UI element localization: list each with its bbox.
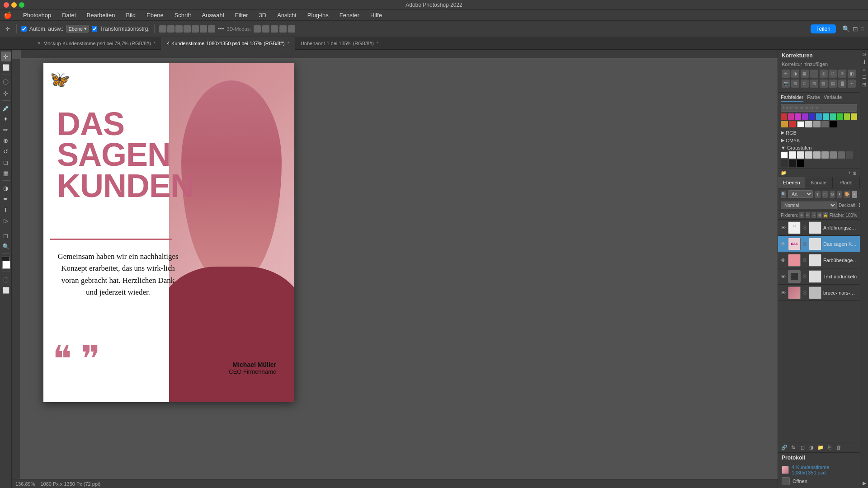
protokoll-item-1[interactable]: 4-Kundenstimme-1080x1350.psd (782, 464, 856, 476)
pen-tool[interactable]: ✒ (1, 194, 11, 204)
blend-mode-dropdown[interactable]: Normal Multiplizieren Negativ multiplizi… (781, 202, 837, 209)
ebene-dropdown[interactable]: Ebene ▾ (66, 25, 89, 33)
gs-60[interactable] (821, 151, 829, 159)
tab-farbfelder[interactable]: Farbfelder (781, 94, 803, 102)
layer-farbuberlagerung[interactable]: 👁 ⛓ Farbüberlagerung (778, 252, 860, 268)
gs-10[interactable] (789, 160, 796, 167)
layer-mask-add-icon[interactable]: ◻ (799, 444, 806, 451)
corr-thresh[interactable]: ▤ (829, 80, 837, 88)
gs-black[interactable] (797, 160, 804, 167)
menu-auswahl[interactable]: Auswahl (200, 12, 226, 19)
fix-brush-icon[interactable]: ✏ (806, 212, 810, 218)
menu-schrift[interactable]: Schrift (173, 12, 193, 19)
panel-icon-info[interactable]: ℹ (863, 59, 865, 65)
align-bottom-icon[interactable] (200, 25, 207, 33)
swatch-yellow[interactable] (851, 113, 857, 120)
gradient-tool[interactable]: ▦ (1, 168, 11, 178)
swatch-cyan-blue[interactable] (816, 113, 822, 120)
window-controls[interactable] (4, 2, 24, 8)
swatch-add-icon[interactable]: + (848, 170, 851, 175)
text-tool[interactable]: T (1, 205, 11, 215)
gs-95[interactable] (789, 151, 796, 159)
menu-filter[interactable]: Filter (233, 12, 250, 19)
layer-icon-4[interactable]: ✦ (837, 191, 842, 198)
layer-eye-4[interactable]: 👁 (780, 273, 786, 280)
fix-move-icon[interactable]: ↔ (811, 212, 816, 218)
background-color[interactable] (2, 261, 10, 269)
gs-40[interactable] (838, 151, 845, 159)
align-right-icon[interactable] (175, 25, 183, 33)
layer-icon-3[interactable]: ⚙ (830, 191, 835, 198)
corr-curves[interactable]: ⌒ (810, 70, 818, 78)
panel-icon-channels[interactable]: ☰ (862, 74, 867, 80)
swatch-delete-icon[interactable]: 🗑 (853, 170, 857, 175)
corr-invert[interactable]: ⊟ (810, 80, 818, 88)
share-button[interactable]: Teilen (811, 24, 835, 33)
gs-white[interactable] (781, 151, 788, 159)
layer-filter-dropdown[interactable]: Art Name Effekt (788, 190, 813, 198)
tab-mockup-close[interactable]: ✕ (37, 41, 41, 46)
3d-icon-1[interactable] (254, 25, 261, 33)
layer-anfuhrungszeichen[interactable]: 👁 ❝ ⛓ Anführungszeichen Groß (778, 220, 860, 236)
swatch-purple[interactable] (802, 113, 808, 120)
tab-farbe[interactable]: Farbe (807, 94, 820, 102)
layer-das-sagen[interactable]: 👁 DAS ⛓ Das sagen Kunden (778, 236, 860, 252)
layer-text-abdunkeln[interactable]: 👁 ⛓ Text abdunkeln (778, 268, 860, 285)
layer-fx-icon[interactable]: fx (790, 444, 797, 451)
tab-unbenannt[interactable]: Unbenannt-1 bei 135% (RGB/8#) * (295, 37, 384, 50)
swatch-black[interactable] (830, 121, 837, 127)
lasso-tool[interactable]: 〇 (1, 77, 11, 87)
layer-folder-icon[interactable]: 📁 (817, 444, 824, 451)
quick-mask[interactable]: ⬚ (1, 274, 11, 284)
corr-hue[interactable]: ⬡ (829, 70, 837, 78)
eyedropper-tool[interactable]: 💉 (1, 103, 11, 113)
corr-color-lookup[interactable]: □ (801, 80, 809, 88)
panel-icon-history[interactable]: ⊙ (862, 52, 866, 57)
menu-ansicht[interactable]: Ansicht (275, 12, 298, 19)
align-center-h-icon[interactable] (167, 25, 175, 33)
fix-pos-icon[interactable]: ✛ (799, 212, 804, 218)
layer-icon-1[interactable]: T (815, 191, 820, 198)
maximize-button[interactable] (19, 2, 24, 8)
cmyk-section[interactable]: ▶CMYK (781, 136, 857, 144)
gs-20[interactable] (781, 160, 788, 167)
layer-trash-icon[interactable]: 🗑 (835, 444, 842, 451)
align-top-icon[interactable] (184, 25, 191, 33)
brush-tool[interactable]: ✏ (1, 125, 11, 135)
farbfelder-search[interactable] (781, 104, 857, 112)
shape-tool[interactable]: ◻ (1, 230, 11, 240)
crop-tool[interactable]: ⊹ (1, 88, 11, 98)
heal-tool[interactable]: ✦ (1, 114, 11, 124)
swatch-white[interactable] (797, 121, 804, 127)
3d-icon-3[interactable] (271, 25, 278, 33)
layer-photo[interactable]: 👁 ⛓ bruce-mars-A...Hn4-unsplash (778, 285, 860, 301)
corr-poster[interactable]: ▥ (820, 80, 828, 88)
arrange-icon[interactable]: ⊡ (853, 25, 858, 33)
tab-pfade[interactable]: Pfade (833, 177, 860, 188)
tab-mockup[interactable]: ✕ Mockup-Kundenstimme.psd bei 79,7% (RGB… (32, 37, 161, 50)
align-center-v-icon[interactable] (192, 25, 199, 33)
align-left-icon[interactable] (159, 25, 166, 33)
move-tool[interactable]: ✛ (1, 52, 11, 61)
menu-photoshop[interactable]: Photoshop (21, 12, 53, 19)
3d-icon-5[interactable] (288, 25, 295, 33)
layer-eye-2[interactable]: 👁 (780, 241, 786, 247)
fix-artboard-icon[interactable]: ⊞ (817, 212, 822, 218)
swatch-magenta[interactable] (795, 113, 801, 120)
layer-eye-5[interactable]: 👁 (780, 290, 786, 296)
minimize-button[interactable] (11, 2, 17, 8)
marquee-tool[interactable]: ⬜ (1, 62, 11, 72)
corr-mix[interactable]: ⊞ (791, 80, 799, 88)
corr-bw[interactable]: ◧ (848, 70, 856, 78)
swatch-dgray[interactable] (821, 121, 829, 127)
swatch-green[interactable] (837, 113, 843, 120)
filter-type-icon[interactable]: 🔍 (781, 191, 786, 198)
tab-verlaufe[interactable]: Verläufe (824, 94, 842, 102)
layer-copy-icon[interactable]: ⎘ (826, 444, 833, 451)
corr-colorbal[interactable]: ⊕ (838, 70, 846, 78)
corr-levels[interactable]: ▦ (801, 70, 809, 78)
swatch-orange[interactable] (781, 121, 788, 127)
filter-toggle[interactable]: ● (852, 191, 857, 198)
apple-menu[interactable]: 🍎 (4, 11, 12, 19)
rgb-section[interactable]: ▶RGB (781, 129, 857, 136)
